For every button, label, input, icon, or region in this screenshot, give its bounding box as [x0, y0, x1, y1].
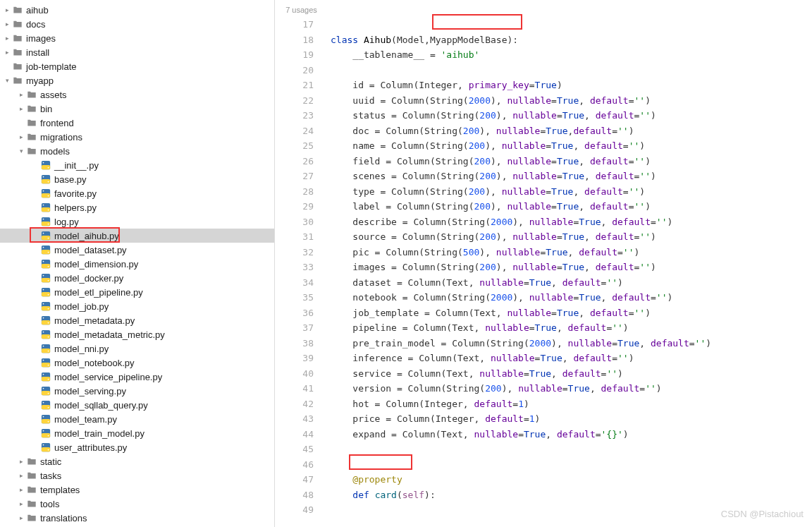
- tree-file[interactable]: ▸model_metadata_metric.py: [0, 327, 274, 341]
- svg-point-66: [43, 388, 44, 389]
- chevron-right-icon[interactable]: ▸: [17, 499, 25, 508]
- chevron-right-icon[interactable]: ▸: [17, 514, 25, 522]
- chevron-right-icon[interactable]: ▸: [3, 48, 11, 56]
- tree-item-label: model_dataset.py: [54, 245, 127, 255]
- tree-file[interactable]: ▸__init__.py: [0, 158, 274, 172]
- tree-file[interactable]: ▸model_aihub.py: [0, 229, 274, 243]
- python-file-icon: [41, 188, 51, 198]
- python-file-icon: [41, 259, 51, 269]
- tree-folder[interactable]: ▸frontend: [0, 116, 274, 130]
- svg-rect-5: [42, 179, 50, 183]
- tree-folder[interactable]: ▸docs: [0, 17, 274, 31]
- tree-folder[interactable]: ▸bin: [0, 102, 274, 116]
- svg-point-2: [43, 162, 44, 164]
- tree-folder[interactable]: ▸assets: [0, 87, 274, 102]
- tree-folder[interactable]: ▸tasks: [0, 468, 274, 483]
- python-file-icon: [41, 174, 51, 184]
- svg-rect-41: [42, 306, 50, 310]
- tree-folder[interactable]: ▸templates: [0, 483, 274, 497]
- chevron-right-icon[interactable]: ▸: [17, 485, 25, 494]
- chevron-right-icon[interactable]: ▸: [3, 20, 11, 28]
- tree-item-label: assets: [40, 90, 67, 100]
- python-file-icon: [41, 315, 51, 325]
- tree-file[interactable]: ▸user_attributes.py: [0, 440, 274, 454]
- chevron-right-icon[interactable]: ▸: [17, 471, 25, 480]
- tree-file[interactable]: ▸model_notebook.py: [0, 356, 274, 370]
- svg-point-43: [48, 308, 49, 310]
- tree-folder[interactable]: ▸job-template: [0, 59, 274, 73]
- chevron-down-icon[interactable]: ▾: [3, 76, 11, 85]
- tree-folder[interactable]: ▸translations: [0, 511, 274, 525]
- chevron-right-icon[interactable]: ▸: [3, 34, 11, 42]
- python-file-icon: [41, 442, 51, 452]
- line-number: 28: [275, 184, 314, 200]
- svg-rect-53: [42, 349, 50, 353]
- svg-point-42: [43, 303, 44, 305]
- chevron-right-icon[interactable]: ▸: [17, 133, 25, 141]
- tree-file[interactable]: ▸model_etl_pipeline.py: [0, 285, 274, 299]
- code-content[interactable]: class Aihub(Model,MyappModelBase): __tab…: [331, 17, 812, 502]
- svg-point-83: [48, 449, 49, 451]
- line-number: 22: [275, 93, 314, 109]
- svg-point-27: [48, 252, 49, 253]
- line-number: 31: [275, 229, 314, 245]
- tree-file[interactable]: ▸model_service_pipeline.py: [0, 370, 274, 384]
- tree-file[interactable]: ▸helpers.py: [0, 200, 274, 214]
- tree-folder[interactable]: ▸install: [0, 45, 274, 59]
- tree-folder[interactable]: ▸migrations: [0, 130, 274, 144]
- tree-folder[interactable]: ▾models: [0, 144, 274, 158]
- tree-folder[interactable]: ▸aihub: [0, 3, 274, 17]
- chevron-right-icon[interactable]: ▸: [17, 90, 25, 99]
- svg-point-67: [48, 393, 49, 394]
- project-tree[interactable]: ▸aihub▸docs▸images▸install▸job-template▾…: [0, 0, 275, 527]
- tree-file[interactable]: ▸favorite.py: [0, 186, 274, 200]
- line-number: 23: [275, 108, 314, 123]
- line-number: 39: [275, 351, 314, 366]
- line-number: 49: [275, 502, 314, 518]
- svg-point-23: [48, 238, 49, 239]
- svg-rect-9: [42, 193, 50, 198]
- usages-hint[interactable]: 7 usages: [275, 3, 328, 18]
- line-number: 45: [275, 442, 314, 457]
- chevron-right-icon[interactable]: ▸: [3, 6, 11, 14]
- svg-point-54: [43, 346, 44, 347]
- svg-point-19: [48, 224, 49, 225]
- tree-file[interactable]: ▸base.py: [0, 172, 274, 186]
- svg-point-78: [43, 430, 44, 432]
- tree-file[interactable]: ▸model_nni.py: [0, 341, 274, 356]
- tree-file[interactable]: ▸model_train_model.py: [0, 426, 274, 440]
- chevron-right-icon[interactable]: ▸: [17, 457, 25, 466]
- tree-file[interactable]: ▸log.py: [0, 214, 274, 229]
- python-file-icon: [41, 301, 51, 311]
- svg-rect-1: [42, 165, 50, 169]
- tree-item-label: model_service_pipeline.py: [54, 372, 162, 382]
- tree-file[interactable]: ▸model_dataset.py: [0, 243, 274, 257]
- chevron-right-icon[interactable]: ▸: [17, 104, 25, 113]
- tree-file[interactable]: ▸model_job.py: [0, 299, 274, 313]
- code-editor[interactable]: class Aihub(Model,MyappModelBase): __tab…: [328, 0, 812, 527]
- tree-item-label: model_dimension.py: [54, 259, 138, 269]
- tree-file[interactable]: ▸model_team.py: [0, 412, 274, 426]
- tree-item-label: frontend: [40, 118, 74, 128]
- chevron-down-icon[interactable]: ▾: [17, 147, 25, 155]
- tree-file[interactable]: ▸model_dimension.py: [0, 257, 274, 271]
- tree-item-label: tools: [40, 499, 59, 509]
- tree-folder[interactable]: ▾myapp: [0, 73, 274, 87]
- tree-item-label: bin: [40, 104, 52, 114]
- svg-point-30: [43, 261, 44, 262]
- tree-item-label: model_notebook.py: [54, 358, 134, 368]
- tree-file[interactable]: ▸model_serving.py: [0, 384, 274, 398]
- tree-file[interactable]: ▸model_docker.py: [0, 271, 274, 285]
- tree-file[interactable]: ▸model_sqllab_query.py: [0, 398, 274, 412]
- line-number: 35: [275, 290, 314, 305]
- tree-file[interactable]: ▸model_metadata.py: [0, 313, 274, 327]
- svg-point-39: [48, 294, 49, 296]
- svg-point-70: [43, 402, 44, 404]
- svg-rect-81: [42, 447, 50, 452]
- tree-folder[interactable]: ▸tools: [0, 497, 274, 511]
- svg-rect-25: [42, 250, 50, 254]
- svg-rect-69: [42, 405, 50, 409]
- tree-item-label: model_docker.py: [54, 273, 123, 284]
- tree-folder[interactable]: ▸images: [0, 31, 274, 45]
- tree-folder[interactable]: ▸static: [0, 454, 274, 468]
